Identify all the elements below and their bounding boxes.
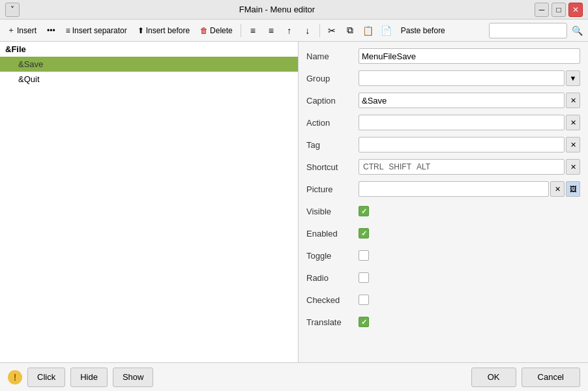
copy-button[interactable]: ⧉ — [342, 22, 359, 39]
cut-button[interactable]: ✂ — [323, 22, 340, 39]
ok-button[interactable]: OK — [471, 368, 516, 387]
toggle-control — [359, 250, 580, 261]
action-clear-button[interactable]: ✕ — [566, 115, 580, 130]
tag-input[interactable] — [359, 137, 565, 152]
action-input[interactable] — [359, 115, 565, 130]
insert-before-icon: ⬆ — [138, 26, 144, 35]
picture-browse-button[interactable]: 🖼 — [566, 181, 580, 197]
properties-panel: Name Group ▼ Caption ✕ — [299, 42, 588, 362]
group-row: Group ▼ — [306, 69, 580, 87]
search-icon: 🔍 — [572, 25, 583, 36]
outdent-button[interactable]: ≡ — [244, 22, 261, 39]
window-menu-button[interactable]: ˅ — [5, 3, 20, 17]
insert-separator-icon: ≡ — [66, 26, 70, 35]
caption-input[interactable] — [359, 93, 565, 108]
arrow-down-icon: ↓ — [305, 25, 310, 36]
radio-label: Radio — [306, 273, 359, 283]
group-control: ▼ — [359, 70, 580, 86]
title-bar: ˅ FMain - Menu editor ─ □ ✕ — [0, 0, 588, 20]
checked-checkbox[interactable] — [359, 295, 369, 305]
visible-checkbox[interactable]: ✓ — [359, 206, 369, 216]
picture-row: Picture ✕ 🖼 — [306, 180, 580, 198]
shift-key: SHIFT — [389, 162, 411, 171]
close-button[interactable]: ✕ — [568, 3, 583, 17]
visible-label: Visible — [306, 207, 359, 216]
caption-clear-button[interactable]: ✕ — [566, 93, 580, 108]
name-input[interactable] — [359, 48, 580, 64]
radio-checkbox[interactable] — [359, 272, 369, 283]
caption-row: Caption ✕ — [306, 91, 580, 109]
delete-icon: 🗑 — [200, 26, 208, 35]
copy-icon: ⧉ — [347, 25, 353, 36]
translate-control: ✓ — [359, 317, 580, 327]
maximize-button[interactable]: □ — [551, 3, 566, 17]
tag-label: Tag — [306, 140, 359, 150]
clear-icon-4: ✕ — [570, 163, 576, 171]
picture-control: ✕ 🖼 — [359, 181, 580, 197]
hide-button[interactable]: Hide — [70, 368, 108, 387]
paste-icon: 📋 — [362, 25, 374, 36]
translate-checkbox[interactable]: ✓ — [359, 317, 369, 327]
tag-clear-button[interactable]: ✕ — [566, 137, 580, 152]
show-label: Show — [123, 372, 144, 382]
clear-icon: ✕ — [570, 96, 576, 105]
checked-row: Checked — [306, 291, 580, 309]
search-button[interactable]: 🔍 — [568, 22, 585, 39]
delete-button[interactable]: 🗑 Delete — [196, 22, 237, 39]
clear-icon-2: ✕ — [570, 119, 576, 127]
name-row: Name — [306, 47, 580, 65]
clear-icon-3: ✕ — [570, 141, 576, 149]
cancel-button[interactable]: Cancel — [522, 368, 580, 387]
outdent-icon: ≡ — [250, 25, 256, 36]
tag-row: Tag ✕ — [306, 136, 580, 154]
title-bar-left: ˅ — [5, 3, 20, 17]
cancel-label: Cancel — [538, 372, 564, 382]
enabled-checkbox[interactable]: ✓ — [359, 228, 369, 239]
warning-icon: ! — [8, 370, 22, 384]
tree-item-save[interactable]: &Save — [0, 57, 298, 72]
main-content: &File &Save &Quit Name Group ▼ — [0, 42, 588, 362]
indent-button[interactable]: ≡ — [263, 22, 280, 39]
shortcut-clear-button[interactable]: ✕ — [566, 159, 580, 175]
paste-before-button[interactable]: Paste before — [396, 22, 450, 39]
toolbar: ＋ Insert ••• ≡ Insert separator ⬆ Insert… — [0, 20, 588, 42]
delete-label: Delete — [210, 26, 233, 35]
picture-input[interactable] — [359, 181, 549, 197]
search-input[interactable] — [489, 23, 567, 38]
tree-item-file[interactable]: &File — [0, 42, 298, 57]
paste-button[interactable]: 📋 — [360, 22, 377, 39]
click-label: Click — [37, 372, 55, 382]
toggle-checkbox[interactable] — [359, 250, 369, 261]
enabled-control: ✓ — [359, 228, 580, 239]
translate-row: Translate ✓ — [306, 313, 580, 331]
action-row: Action ✕ — [306, 113, 580, 132]
insert-separator-label: Insert separator — [72, 26, 127, 35]
save-menu-label: &Save — [18, 59, 43, 69]
click-button[interactable]: Click — [27, 368, 65, 387]
more-button[interactable]: ••• — [42, 22, 60, 39]
bottom-bar: ! Click Hide Show OK Cancel — [0, 362, 588, 391]
group-dropdown-arrow[interactable]: ▼ — [566, 70, 580, 86]
insert-label: Insert — [17, 26, 37, 35]
insert-before-button[interactable]: ⬆ Insert before — [133, 22, 194, 39]
move-up-button[interactable]: ↑ — [281, 22, 298, 39]
name-label: Name — [306, 51, 359, 61]
window-title: FMain - Menu editor — [20, 5, 535, 14]
group-dropdown[interactable] — [359, 70, 565, 86]
enabled-label: Enabled — [306, 229, 359, 239]
visible-control: ✓ — [359, 206, 580, 216]
show-button[interactable]: Show — [113, 368, 154, 387]
browse-image-icon: 🖼 — [570, 185, 577, 193]
insert-separator-button[interactable]: ≡ Insert separator — [61, 22, 132, 39]
minimize-button[interactable]: ─ — [535, 3, 549, 17]
shortcut-box[interactable]: CTRL SHIFT ALT — [359, 159, 565, 175]
paste-extra-button[interactable]: 📄 — [378, 22, 395, 39]
alt-key: ALT — [417, 162, 430, 171]
toolbar-separator-2 — [319, 24, 320, 37]
insert-button[interactable]: ＋ Insert — [3, 22, 41, 39]
tree-item-quit[interactable]: &Quit — [0, 72, 298, 87]
translate-checkmark: ✓ — [361, 318, 367, 326]
move-down-button[interactable]: ↓ — [299, 22, 316, 39]
picture-clear-button[interactable]: ✕ — [550, 181, 565, 197]
indent-icon: ≡ — [269, 25, 274, 36]
